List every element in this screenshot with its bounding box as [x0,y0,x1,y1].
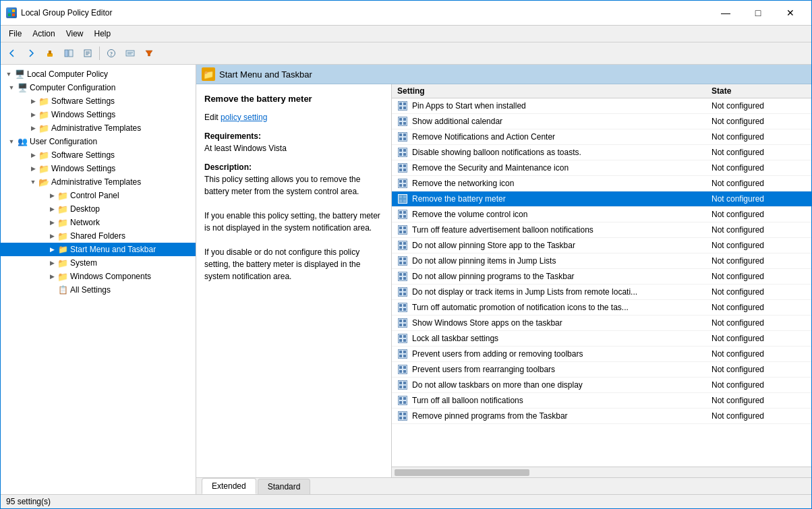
menu-action[interactable]: Action [27,27,60,40]
settings-row[interactable]: Do not allow pinning programs to the Tas… [392,269,811,285]
settings-row[interactable]: Do not allow taskbars on more than one d… [392,378,811,393]
settings-list: Pin Apps to Start when installedNot conf… [392,98,811,467]
tree-admin-templates-2[interactable]: ▼ 📂 Administrative Templates [1,175,196,189]
tree-all-settings[interactable]: ▶ 📋 All Settings [1,283,196,297]
close-button[interactable]: ✕ [775,5,806,21]
svg-rect-64 [399,277,402,280]
svg-rect-75 [403,320,406,322]
setting-state: Not configured [712,148,806,157]
export-button[interactable] [121,44,139,62]
setting-name: Prevent users from rearranging toolbars [412,365,712,374]
settings-row[interactable]: Remove the Security and Maintenance icon… [392,160,811,176]
sm-toggle[interactable]: ▶ [47,244,57,255]
settings-row[interactable]: Remove the battery meterNot configured [392,191,811,207]
tree-win-components[interactable]: ▶ 📁 Windows Components [1,270,196,283]
cp-toggle[interactable]: ▶ [47,190,57,201]
tree-win-settings-1[interactable]: ▶ 📁 Windows Settings [1,108,196,121]
settings-row[interactable]: Remove pinned programs from the TaskbarN… [392,409,811,424]
settings-row[interactable]: Disable showing balloon notifications as… [392,145,811,160]
settings-row[interactable]: Remove the networking iconNot configured [392,176,811,191]
at1-toggle[interactable]: ▶ [28,123,38,133]
settings-row[interactable]: Lock all taskbar settingsNot configured [392,331,811,347]
svg-rect-67 [403,289,406,291]
tree-shared-folders[interactable]: ▶ 📁 Shared Folders [1,229,196,243]
dt-toggle[interactable]: ▶ [47,204,57,214]
settings-row[interactable]: Remove the volume control iconNot config… [392,207,811,222]
tree-admin-templates-1[interactable]: ▶ 📁 Administrative Templates [1,121,196,135]
menu-help[interactable]: Help [89,27,117,40]
settings-row[interactable]: Show additional calendarNot configured [392,114,811,129]
menu-view[interactable]: View [61,27,89,40]
settings-row[interactable]: Turn off automatic promotion of notifica… [392,300,811,316]
settings-row[interactable]: Do not allow pinning items in Jump Lists… [392,253,811,269]
tree-soft-settings-1[interactable]: ▶ 📁 Software Settings [1,94,196,108]
sys-toggle[interactable]: ▶ [47,258,57,268]
policy-icon [397,256,408,266]
forward-button[interactable] [22,44,40,62]
settings-row[interactable]: Do not display or track items in Jump Li… [392,285,811,300]
tree-win-settings-2[interactable]: ▶ 📁 Windows Settings [1,162,196,175]
sm-label: Start Menu and Taskbar [70,245,156,254]
back-button[interactable] [3,44,21,62]
setting-name: Remove the networking icon [412,179,712,188]
tree-control-panel[interactable]: ▶ 📁 Control Panel [1,189,196,202]
settings-row[interactable]: Show Windows Store apps on the taskbarNo… [392,316,811,331]
net-toggle[interactable]: ▶ [47,217,57,228]
settings-row[interactable]: Pin Apps to Start when installedNot conf… [392,98,811,114]
policy-icon [397,178,408,189]
menu-file[interactable]: File [3,27,27,40]
filter-button[interactable] [140,44,158,62]
settings-row[interactable]: Turn off all balloon notificationsNot co… [392,393,811,409]
h-scroll-area[interactable] [392,467,811,477]
wc-toggle[interactable]: ▶ [47,271,57,282]
minimize-button[interactable]: — [710,5,741,21]
setting-name: Remove Notifications and Action Center [412,132,712,142]
svg-rect-58 [399,258,402,260]
toolbar: ? [1,42,811,65]
description-text: This policy setting allows you to remove… [204,175,380,281]
properties-button[interactable] [79,44,96,62]
svg-rect-94 [399,397,402,400]
ss1-toggle[interactable]: ▶ [28,96,38,107]
root-toggle[interactable]: ▼ [3,69,14,80]
svg-rect-52 [399,231,402,233]
status-text: 95 setting(s) [6,497,51,506]
computer-config-toggle[interactable]: ▼ [6,82,17,93]
tree-computer-config[interactable]: ▼ 🖥️ Computer Configuration [1,81,196,94]
svg-rect-21 [403,107,406,109]
svg-rect-1 [12,9,15,12]
h-scroll-thumb[interactable] [395,469,529,476]
help-button[interactable]: ? [103,44,120,62]
dt-label: Desktop [70,204,100,214]
at1-label: Administrative Templates [51,123,141,133]
tree-start-menu[interactable]: ▶ 📁 Start Menu and Taskbar [1,243,196,256]
tab-standard[interactable]: Standard [258,479,311,494]
tree-root[interactable]: ▼ 🖥️ Local Computer Policy [1,67,196,81]
maximize-button[interactable]: □ [743,5,774,21]
sf-toggle[interactable]: ▶ [47,231,57,241]
user-config-toggle[interactable]: ▼ [6,136,17,147]
settings-row[interactable]: Remove Notifications and Action CenterNo… [392,129,811,145]
ws2-toggle[interactable]: ▶ [28,163,38,174]
tree-soft-settings-2[interactable]: ▶ 📁 Software Settings [1,148,196,162]
tree-desktop[interactable]: ▶ 📁 Desktop [1,202,196,216]
settings-row[interactable]: Do not allow pinning Store app to the Ta… [392,238,811,253]
ws1-toggle[interactable]: ▶ [28,109,38,120]
ss2-toggle[interactable]: ▶ [28,150,38,160]
settings-row[interactable]: Turn off feature advertisement balloon n… [392,222,811,238]
description-heading: Description: [204,162,252,172]
tree-network[interactable]: ▶ 📁 Network [1,216,196,229]
up-button[interactable] [41,44,59,62]
policy-icon [397,380,408,390]
at2-toggle[interactable]: ▼ [28,177,38,187]
tree-system[interactable]: ▶ 📁 System [1,256,196,270]
tree-user-config[interactable]: ▼ 👥 User Configuration [1,135,196,148]
svg-rect-88 [399,370,402,373]
svg-rect-2 [8,13,11,16]
show-hide-button[interactable] [60,44,78,62]
edit-policy-link[interactable]: policy setting [221,113,267,122]
tab-extended[interactable]: Extended [202,478,256,494]
settings-row[interactable]: Prevent users from rearranging toolbarsN… [392,362,811,378]
svg-rect-3 [12,13,15,16]
settings-row[interactable]: Prevent users from adding or removing to… [392,347,811,362]
